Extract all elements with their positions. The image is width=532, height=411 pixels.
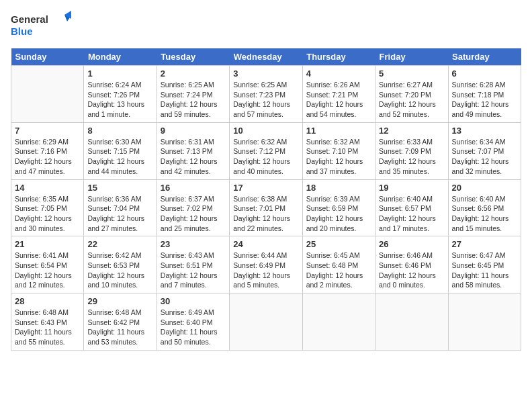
day-info: Sunrise: 6:43 AM Sunset: 6:51 PM Dayligh… xyxy=(161,250,226,290)
day-of-week-header: Friday xyxy=(375,48,448,66)
day-number: 7 xyxy=(15,126,80,136)
day-info: Sunrise: 6:30 AM Sunset: 7:15 PM Dayligh… xyxy=(87,137,152,177)
day-info: Sunrise: 6:29 AM Sunset: 7:16 PM Dayligh… xyxy=(15,137,80,177)
calendar-cell: 11Sunrise: 6:32 AM Sunset: 7:10 PM Dayli… xyxy=(302,122,375,179)
day-of-week-header: Thursday xyxy=(302,48,375,66)
day-number: 16 xyxy=(161,183,226,193)
day-number: 18 xyxy=(306,183,371,193)
day-info: Sunrise: 6:36 AM Sunset: 7:04 PM Dayligh… xyxy=(87,194,152,234)
day-number: 22 xyxy=(87,239,152,249)
calendar-cell: 21Sunrise: 6:41 AM Sunset: 6:54 PM Dayli… xyxy=(11,236,84,293)
day-info: Sunrise: 6:25 AM Sunset: 7:23 PM Dayligh… xyxy=(233,80,298,120)
day-info: Sunrise: 6:46 AM Sunset: 6:46 PM Dayligh… xyxy=(379,250,444,290)
day-number: 3 xyxy=(233,68,298,79)
day-info: Sunrise: 6:47 AM Sunset: 6:45 PM Dayligh… xyxy=(452,250,517,290)
day-info: Sunrise: 6:40 AM Sunset: 6:57 PM Dayligh… xyxy=(379,194,444,234)
day-number: 24 xyxy=(233,239,298,249)
day-number: 17 xyxy=(233,183,298,193)
calendar-cell: 13Sunrise: 6:34 AM Sunset: 7:07 PM Dayli… xyxy=(448,122,521,179)
day-of-week-header: Tuesday xyxy=(157,48,229,66)
calendar-cell: 19Sunrise: 6:40 AM Sunset: 6:57 PM Dayli… xyxy=(375,179,448,236)
day-info: Sunrise: 6:31 AM Sunset: 7:13 PM Dayligh… xyxy=(161,137,226,177)
day-info: Sunrise: 6:32 AM Sunset: 7:10 PM Dayligh… xyxy=(306,137,371,177)
day-info: Sunrise: 6:42 AM Sunset: 6:53 PM Dayligh… xyxy=(87,250,152,290)
day-number: 30 xyxy=(161,296,226,306)
day-info: Sunrise: 6:24 AM Sunset: 7:26 PM Dayligh… xyxy=(87,80,152,120)
calendar-cell: 15Sunrise: 6:36 AM Sunset: 7:04 PM Dayli… xyxy=(84,179,157,236)
day-number: 8 xyxy=(87,126,152,136)
calendar-cell: 6Sunrise: 6:28 AM Sunset: 7:18 PM Daylig… xyxy=(448,66,521,123)
calendar-table: SundayMondayTuesdayWednesdayThursdayFrid… xyxy=(11,48,521,351)
day-info: Sunrise: 6:49 AM Sunset: 6:40 PM Dayligh… xyxy=(161,308,226,347)
calendar-cell: 23Sunrise: 6:43 AM Sunset: 6:51 PM Dayli… xyxy=(157,236,229,293)
day-info: Sunrise: 6:27 AM Sunset: 7:20 PM Dayligh… xyxy=(379,80,444,120)
day-number: 28 xyxy=(15,296,80,306)
calendar-cell: 10Sunrise: 6:32 AM Sunset: 7:12 PM Dayli… xyxy=(230,122,302,179)
calendar-cell xyxy=(448,293,521,351)
day-number: 10 xyxy=(233,126,298,136)
day-number: 26 xyxy=(379,239,444,249)
day-of-week-header: Wednesday xyxy=(230,48,302,66)
svg-text:Blue: Blue xyxy=(11,26,33,37)
calendar-cell: 1Sunrise: 6:24 AM Sunset: 7:26 PM Daylig… xyxy=(84,66,157,123)
day-info: Sunrise: 6:48 AM Sunset: 6:43 PM Dayligh… xyxy=(15,308,80,347)
calendar-cell xyxy=(230,293,302,351)
day-info: Sunrise: 6:25 AM Sunset: 7:24 PM Dayligh… xyxy=(161,80,226,120)
calendar-cell xyxy=(302,293,375,351)
day-info: Sunrise: 6:26 AM Sunset: 7:21 PM Dayligh… xyxy=(306,80,371,120)
day-info: Sunrise: 6:41 AM Sunset: 6:54 PM Dayligh… xyxy=(15,250,80,290)
calendar-cell: 9Sunrise: 6:31 AM Sunset: 7:13 PM Daylig… xyxy=(157,122,229,179)
calendar-cell: 29Sunrise: 6:48 AM Sunset: 6:42 PM Dayli… xyxy=(84,293,157,351)
day-of-week-header: Sunday xyxy=(11,48,84,66)
calendar-cell: 20Sunrise: 6:40 AM Sunset: 6:56 PM Dayli… xyxy=(448,179,521,236)
calendar-cell: 16Sunrise: 6:37 AM Sunset: 7:02 PM Dayli… xyxy=(157,179,229,236)
day-info: Sunrise: 6:38 AM Sunset: 7:01 PM Dayligh… xyxy=(233,194,298,234)
day-number: 1 xyxy=(87,68,152,79)
day-info: Sunrise: 6:44 AM Sunset: 6:49 PM Dayligh… xyxy=(233,250,298,290)
calendar-cell xyxy=(375,293,448,351)
day-info: Sunrise: 6:39 AM Sunset: 6:59 PM Dayligh… xyxy=(306,194,371,234)
calendar-cell xyxy=(11,66,84,123)
calendar-cell: 18Sunrise: 6:39 AM Sunset: 6:59 PM Dayli… xyxy=(302,179,375,236)
day-number: 21 xyxy=(15,239,80,249)
calendar-cell: 3Sunrise: 6:25 AM Sunset: 7:23 PM Daylig… xyxy=(230,66,302,123)
day-info: Sunrise: 6:34 AM Sunset: 7:07 PM Dayligh… xyxy=(452,137,517,177)
calendar-cell: 28Sunrise: 6:48 AM Sunset: 6:43 PM Dayli… xyxy=(11,293,84,351)
day-number: 19 xyxy=(379,183,444,193)
calendar-cell: 25Sunrise: 6:45 AM Sunset: 6:48 PM Dayli… xyxy=(302,236,375,293)
calendar-cell: 30Sunrise: 6:49 AM Sunset: 6:40 PM Dayli… xyxy=(157,293,229,351)
calendar-cell: 4Sunrise: 6:26 AM Sunset: 7:21 PM Daylig… xyxy=(302,66,375,123)
calendar-cell: 22Sunrise: 6:42 AM Sunset: 6:53 PM Dayli… xyxy=(84,236,157,293)
svg-text:General: General xyxy=(11,13,48,25)
day-number: 20 xyxy=(452,183,517,193)
calendar-cell: 14Sunrise: 6:35 AM Sunset: 7:05 PM Dayli… xyxy=(11,179,84,236)
day-of-week-header: Saturday xyxy=(448,48,521,66)
day-number: 13 xyxy=(452,126,517,136)
day-number: 6 xyxy=(452,68,517,79)
calendar-cell: 17Sunrise: 6:38 AM Sunset: 7:01 PM Dayli… xyxy=(230,179,302,236)
day-number: 12 xyxy=(379,126,444,136)
day-info: Sunrise: 6:40 AM Sunset: 6:56 PM Dayligh… xyxy=(452,194,517,234)
calendar-cell: 27Sunrise: 6:47 AM Sunset: 6:45 PM Dayli… xyxy=(448,236,521,293)
day-info: Sunrise: 6:32 AM Sunset: 7:12 PM Dayligh… xyxy=(233,137,298,177)
day-info: Sunrise: 6:37 AM Sunset: 7:02 PM Dayligh… xyxy=(161,194,226,234)
day-number: 14 xyxy=(15,183,80,193)
calendar-cell: 8Sunrise: 6:30 AM Sunset: 7:15 PM Daylig… xyxy=(84,122,157,179)
day-number: 2 xyxy=(161,68,226,79)
calendar-cell: 2Sunrise: 6:25 AM Sunset: 7:24 PM Daylig… xyxy=(157,66,229,123)
page-header: General Blue xyxy=(11,11,521,42)
calendar-cell: 7Sunrise: 6:29 AM Sunset: 7:16 PM Daylig… xyxy=(11,122,84,179)
day-number: 23 xyxy=(161,239,226,249)
logo: General Blue xyxy=(11,11,71,42)
day-number: 4 xyxy=(306,68,371,79)
day-of-week-header: Monday xyxy=(84,48,157,66)
day-info: Sunrise: 6:33 AM Sunset: 7:09 PM Dayligh… xyxy=(379,137,444,177)
day-number: 29 xyxy=(87,296,152,306)
day-number: 5 xyxy=(379,68,444,79)
calendar-cell: 12Sunrise: 6:33 AM Sunset: 7:09 PM Dayli… xyxy=(375,122,448,179)
day-number: 25 xyxy=(306,239,371,249)
day-number: 27 xyxy=(452,239,517,249)
day-info: Sunrise: 6:28 AM Sunset: 7:18 PM Dayligh… xyxy=(452,80,517,120)
calendar-cell: 24Sunrise: 6:44 AM Sunset: 6:49 PM Dayli… xyxy=(230,236,302,293)
day-number: 15 xyxy=(87,183,152,193)
